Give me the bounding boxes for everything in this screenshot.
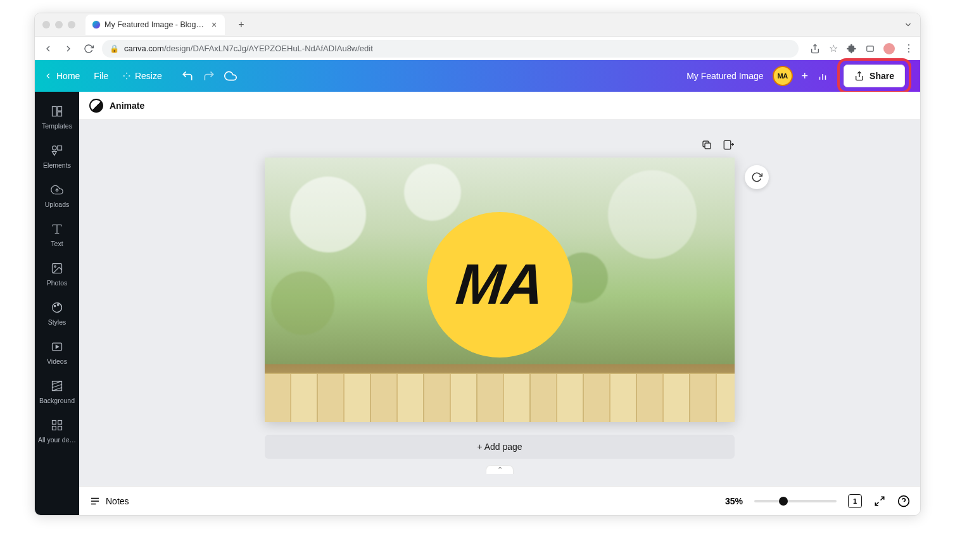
resize-label: Resize <box>135 71 162 81</box>
fullscreen-icon[interactable] <box>873 495 886 507</box>
svg-rect-1 <box>867 46 874 51</box>
back-button[interactable] <box>41 42 55 56</box>
background-icon <box>50 379 64 393</box>
topbar-right: My Featured Image MA + Share <box>686 58 911 94</box>
redo-icon[interactable] <box>203 70 215 82</box>
maximize-window-icon[interactable] <box>68 21 75 28</box>
animate-button[interactable]: Animate <box>110 101 144 111</box>
share-button[interactable]: Share <box>844 65 905 87</box>
reload-button[interactable] <box>82 42 96 56</box>
share-label: Share <box>870 71 894 81</box>
uploads-icon <box>50 183 64 197</box>
bottom-bar: Notes 35% 1 <box>79 486 920 515</box>
canvas-page-wrap: MA <box>265 158 735 422</box>
minimize-window-icon[interactable] <box>55 21 63 28</box>
sidebar-item-photos[interactable]: Photos <box>35 255 79 294</box>
cloud-sync-icon[interactable] <box>224 70 237 82</box>
elements-icon <box>50 144 64 158</box>
menu-icon[interactable]: ⋮ <box>904 42 914 54</box>
topbar-left: Home File Resize <box>44 70 237 82</box>
extensions-icon[interactable] <box>847 44 857 54</box>
animate-icon <box>89 99 103 113</box>
window-controls[interactable] <box>42 21 75 28</box>
svg-point-16 <box>54 305 56 307</box>
share-highlight-annotation: Share <box>837 58 911 94</box>
alldesigns-icon <box>50 418 64 432</box>
svg-line-22 <box>53 385 62 388</box>
browser-actions: ☆ ⋮ <box>810 42 914 54</box>
sidebar-item-all-designs[interactable]: All your de… <box>35 412 79 451</box>
profile-avatar-icon[interactable] <box>883 43 895 54</box>
bookmark-icon[interactable]: ☆ <box>829 42 838 54</box>
sidebar-item-uploads[interactable]: Uploads <box>35 177 79 216</box>
add-page-button[interactable]: + Add page <box>265 435 735 459</box>
browser-tab[interactable]: My Featured Image - Blog Ban × <box>85 15 225 35</box>
regenerate-icon[interactable] <box>745 165 769 189</box>
context-toolbar: Animate <box>79 92 920 120</box>
browser-chrome: My Featured Image - Blog Ban × + 🔒 canva… <box>35 13 920 60</box>
avatar-initials: MA <box>778 72 788 80</box>
document-title[interactable]: My Featured Image <box>686 71 763 81</box>
window-icon[interactable] <box>866 44 875 53</box>
page-tray-handle[interactable]: ⌃ <box>486 465 514 474</box>
resize-button[interactable]: Resize <box>122 71 162 81</box>
lock-icon: 🔒 <box>110 44 119 53</box>
user-avatar[interactable]: MA <box>773 66 793 86</box>
photos-icon <box>50 261 64 275</box>
page-actions <box>265 139 735 158</box>
svg-line-35 <box>881 497 884 500</box>
add-page-label: + Add page <box>477 442 522 452</box>
svg-rect-25 <box>58 421 62 425</box>
topbar-icons <box>181 70 237 82</box>
zoom-slider-knob[interactable] <box>779 497 788 506</box>
svg-rect-10 <box>58 146 62 151</box>
videos-icon <box>50 340 64 354</box>
svg-rect-29 <box>724 140 731 149</box>
canva-app: Home File Resize My Featured Image MA + <box>35 60 920 515</box>
notes-button[interactable]: Notes <box>89 495 129 507</box>
tabs-overflow-icon[interactable] <box>904 20 913 29</box>
canvas-scroll[interactable]: MA + Add page ⌃ <box>79 120 920 486</box>
sidebar-item-elements[interactable]: Elements <box>35 137 79 177</box>
close-window-icon[interactable] <box>42 21 50 28</box>
svg-marker-19 <box>56 345 58 349</box>
svg-line-36 <box>875 502 878 505</box>
duplicate-page-icon[interactable] <box>700 139 713 151</box>
zoom-level[interactable]: 35% <box>725 496 743 506</box>
svg-line-21 <box>53 382 62 385</box>
logo-element[interactable]: MA <box>427 212 572 358</box>
sidebar-item-background[interactable]: Background <box>35 373 79 412</box>
zoom-slider[interactable] <box>754 500 837 502</box>
new-tab-button[interactable]: + <box>234 17 249 32</box>
canvas-page[interactable]: MA <box>265 158 735 422</box>
url-bar-row: 🔒 canva.com/design/DAFAxLN7cJg/AYEPZOEHu… <box>35 36 920 60</box>
home-label: Home <box>56 71 80 81</box>
styles-icon <box>50 301 64 314</box>
sidebar-item-videos[interactable]: Videos <box>35 333 79 373</box>
add-page-icon[interactable] <box>722 139 735 151</box>
text-icon <box>50 222 64 236</box>
sidebar-item-templates[interactable]: Templates <box>35 98 79 137</box>
svg-point-17 <box>57 304 59 306</box>
svg-rect-6 <box>53 107 57 116</box>
address-bar[interactable]: 🔒 canva.com/design/DAFAxLN7cJg/AYEPZOEHu… <box>102 40 799 58</box>
tab-favicon <box>92 20 101 29</box>
pages-count-badge[interactable]: 1 <box>848 494 862 508</box>
notes-label: Notes <box>106 496 129 506</box>
undo-icon[interactable] <box>181 70 194 82</box>
svg-point-9 <box>53 146 57 151</box>
svg-rect-7 <box>58 107 62 111</box>
add-collaborator-icon[interactable]: + <box>802 70 809 83</box>
sidebar-item-text[interactable]: Text <box>35 216 79 255</box>
pages-count: 1 <box>853 497 857 505</box>
file-menu[interactable]: File <box>94 71 108 81</box>
insights-icon[interactable] <box>817 70 828 82</box>
sidebar-item-styles[interactable]: Styles <box>35 294 79 333</box>
forward-button[interactable] <box>61 42 75 56</box>
help-icon[interactable] <box>897 495 910 507</box>
tab-close-icon[interactable]: × <box>210 20 218 29</box>
share-url-icon[interactable] <box>810 44 820 54</box>
url-text: canva.com/design/DAFAxLN7cJg/AYEPZOEHuL-… <box>124 44 373 53</box>
file-label: File <box>94 71 108 81</box>
home-button[interactable]: Home <box>44 71 80 81</box>
